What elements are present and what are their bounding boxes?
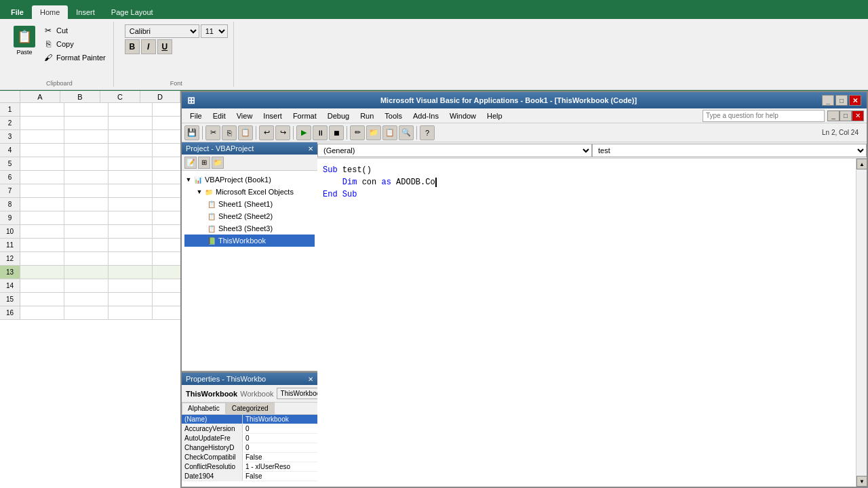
cell-d7[interactable] <box>153 184 180 198</box>
tree-item-sheet2[interactable]: 📋 Sheet2 (Sheet2) <box>184 210 315 222</box>
cell-b10[interactable] <box>64 225 108 239</box>
scrollbar-down-button[interactable]: ▼ <box>856 476 867 487</box>
cell-c2[interactable] <box>108 117 153 130</box>
props-row-conflict[interactable]: ConflictResolutio 1 - xlUserReso <box>182 462 317 472</box>
cell-c14[interactable] <box>108 279 153 293</box>
cell-c4[interactable] <box>108 144 153 157</box>
tree-item-excel-objects[interactable]: ▼ 📁 Microsoft Excel Objects <box>184 186 315 198</box>
bold-button[interactable]: B <box>125 39 140 54</box>
cell-a10[interactable] <box>20 225 64 239</box>
tb-project-button[interactable]: 📁 <box>366 125 381 140</box>
scrollbar-up-button[interactable]: ▲ <box>856 159 867 169</box>
cell-a15[interactable] <box>20 293 64 306</box>
cell-a9[interactable] <box>20 211 64 225</box>
cell-a1[interactable] <box>20 103 64 117</box>
help-close-button[interactable]: ✕ <box>852 110 864 121</box>
cell-d10[interactable] <box>153 225 180 239</box>
tb-run-button[interactable]: ▶ <box>296 125 311 140</box>
props-row-date1904[interactable]: Date1904 False <box>182 472 317 481</box>
cell-d11[interactable] <box>153 239 180 252</box>
cell-d15[interactable] <box>153 293 180 306</box>
menu-window[interactable]: Window <box>444 110 481 121</box>
properties-object-dropdown[interactable]: ThisWorkbook <box>277 388 317 399</box>
props-row-autoupdate[interactable]: AutoUpdateFre 0 <box>182 434 317 443</box>
tab-home[interactable]: Home <box>32 5 68 19</box>
tab-file[interactable]: File <box>3 5 32 19</box>
cell-a6[interactable] <box>20 171 64 184</box>
cell-c3[interactable] <box>108 130 153 144</box>
cell-a11[interactable] <box>20 239 64 252</box>
copy-button[interactable]: ⎘ Copy <box>41 38 108 50</box>
tab-insert[interactable]: Insert <box>68 5 103 19</box>
cell-b4[interactable] <box>64 144 108 157</box>
cell-c6[interactable] <box>108 171 153 184</box>
vbe-close-button[interactable]: ✕ <box>849 95 861 106</box>
cell-d1[interactable] <box>153 103 180 117</box>
cell-d6[interactable] <box>153 171 180 184</box>
props-row-changehistory[interactable]: ChangeHistoryD 0 <box>182 443 317 453</box>
cell-b6[interactable] <box>64 171 108 184</box>
cell-d14[interactable] <box>153 279 180 293</box>
tb-help-button[interactable]: ? <box>420 125 435 140</box>
cell-c8[interactable] <box>108 198 153 211</box>
cell-a13[interactable] <box>20 266 64 279</box>
cell-b5[interactable] <box>64 157 108 171</box>
code-scrollbar[interactable]: ▲ ▼ <box>856 159 867 487</box>
tb-props-button[interactable]: 📋 <box>382 125 397 140</box>
tb-redo-button[interactable]: ↪ <box>275 125 290 140</box>
cell-a5[interactable] <box>20 157 64 171</box>
cell-b8[interactable] <box>64 198 108 211</box>
cell-a3[interactable] <box>20 130 64 144</box>
cell-b15[interactable] <box>64 293 108 306</box>
cell-d12[interactable] <box>153 252 180 266</box>
cell-b2[interactable] <box>64 117 108 130</box>
proj-view-code-button[interactable]: 📝 <box>184 157 197 169</box>
tb-break-button[interactable]: ⏸ <box>313 125 328 140</box>
cell-d16[interactable] <box>153 306 180 320</box>
tb-design-button[interactable]: ✏ <box>350 125 365 140</box>
cell-a8[interactable] <box>20 198 64 211</box>
menu-file[interactable]: File <box>184 110 208 121</box>
cell-b12[interactable] <box>64 252 108 266</box>
props-row-name[interactable]: (Name) ThisWorkbook <box>182 415 317 424</box>
tb-objbrowser-button[interactable]: 🔍 <box>399 125 414 140</box>
tb-reset-button[interactable]: ⏹ <box>329 125 344 140</box>
menu-addins[interactable]: Add-Ins <box>408 110 444 121</box>
proj-view-form-button[interactable]: ⊞ <box>198 157 210 169</box>
menu-edit[interactable]: Edit <box>208 110 231 121</box>
cell-a2[interactable] <box>20 117 64 130</box>
cell-b7[interactable] <box>64 184 108 198</box>
cell-c16[interactable] <box>108 306 153 320</box>
cut-button[interactable]: ✂ Cut <box>41 24 108 37</box>
format-painter-button[interactable]: 🖌 Format Painter <box>41 52 108 64</box>
tree-item-project[interactable]: ▼ 📊 VBAProject (Book1) <box>184 174 315 186</box>
cell-b13[interactable] <box>64 266 108 279</box>
props-row-accuracy[interactable]: AccuracyVersion 0 <box>182 424 317 434</box>
cell-c13[interactable] <box>108 266 153 279</box>
underline-button[interactable]: U <box>157 39 172 54</box>
cell-c10[interactable] <box>108 225 153 239</box>
code-editor[interactable]: Sub test() Dim con as ADODB.Co End Sub <box>317 159 856 487</box>
cell-a7[interactable] <box>20 184 64 198</box>
vbe-minimize-button[interactable]: _ <box>822 95 834 106</box>
italic-button[interactable]: I <box>141 39 156 54</box>
tb-copy-button[interactable]: ⎘ <box>222 125 237 140</box>
cell-d3[interactable] <box>153 130 180 144</box>
cell-d9[interactable] <box>153 211 180 225</box>
cell-b16[interactable] <box>64 306 108 320</box>
tree-item-sheet1[interactable]: 📋 Sheet1 (Sheet1) <box>184 198 315 210</box>
menu-view[interactable]: View <box>231 110 258 121</box>
cell-a4[interactable] <box>20 144 64 157</box>
cell-d4[interactable] <box>153 144 180 157</box>
cell-d5[interactable] <box>153 157 180 171</box>
props-tab-alphabetic[interactable]: Alphabetic <box>182 403 226 414</box>
cell-b1[interactable] <box>64 103 108 117</box>
cell-d2[interactable] <box>153 117 180 130</box>
cell-c15[interactable] <box>108 293 153 306</box>
tb-save-button[interactable]: 💾 <box>184 125 199 140</box>
help-restore-button[interactable]: □ <box>840 110 852 121</box>
cell-c7[interactable] <box>108 184 153 198</box>
paste-button[interactable]: 📋 File Paste <box>11 24 38 57</box>
help-minimize-button[interactable]: _ <box>827 110 840 121</box>
cell-a16[interactable] <box>20 306 64 320</box>
